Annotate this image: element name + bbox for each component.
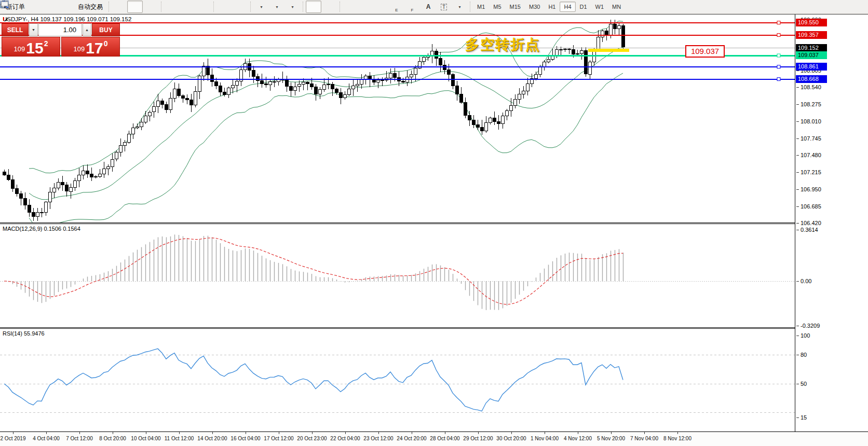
- candle: [227, 88, 230, 95]
- candle: [297, 84, 301, 87]
- fibonacci-letter: F: [411, 8, 414, 12]
- rsi-panel[interactable]: [0, 329, 795, 431]
- vertical-line-button[interactable]: [343, 1, 358, 13]
- zoom-out-button[interactable]: [180, 1, 195, 13]
- one-click-trading-widget: SELL ▼ ▲ BUY 109 15 2 109 17 0: [2, 23, 120, 57]
- candlestick-chart-button[interactable]: [127, 1, 143, 13]
- zoom-in-button[interactable]: [164, 1, 180, 13]
- volume-input[interactable]: [38, 23, 82, 36]
- signal-button[interactable]: [59, 1, 75, 13]
- highlight-rectangle[interactable]: [588, 49, 629, 52]
- add-indicator-button[interactable]: ▾: [253, 1, 269, 13]
- toolbar-grip: [470, 2, 470, 12]
- arrows-button[interactable]: ▾: [452, 1, 467, 13]
- annotation-text[interactable]: 多空转折点: [465, 35, 540, 54]
- sell-price-panel[interactable]: 109 15 2: [2, 37, 60, 57]
- timeframe-m5[interactable]: M5: [489, 2, 505, 12]
- candle: [443, 65, 446, 70]
- support-line-2-handle[interactable]: [777, 78, 780, 81]
- tile-windows-button[interactable]: [195, 1, 211, 13]
- time-tick: [246, 432, 246, 434]
- auto-scroll-button[interactable]: [216, 1, 232, 13]
- period-button[interactable]: ▾: [269, 1, 284, 13]
- buy-price-panel[interactable]: 109 17 0: [61, 37, 120, 57]
- candle: [464, 102, 467, 115]
- macd-panel[interactable]: [0, 224, 795, 327]
- main-toolbar: 新订单 自动交易: [0, 0, 868, 14]
- timeframe-w1[interactable]: W1: [591, 2, 608, 12]
- bar-chart-button[interactable]: [112, 1, 127, 13]
- price-tick: 108.540: [801, 84, 821, 90]
- rsi-axis-tick: 80: [801, 352, 807, 358]
- caret-down-icon[interactable]: ▾: [291, 5, 293, 9]
- sell-price-prefix: 109: [14, 45, 25, 53]
- timeframe-m1[interactable]: M1: [473, 2, 489, 12]
- channel-button[interactable]: E: [389, 1, 405, 13]
- candle: [505, 111, 508, 116]
- candle: [165, 104, 168, 109]
- buy-button[interactable]: BUY: [92, 23, 120, 36]
- price-tick: 108.010: [801, 118, 821, 124]
- caret-down-icon[interactable]: ▾: [260, 5, 262, 9]
- cursor-button[interactable]: [306, 1, 321, 13]
- candle: [547, 59, 550, 62]
- time-tick: [644, 432, 645, 434]
- time-tick: [46, 432, 47, 434]
- chat-icon[interactable]: [0, 0, 9, 9]
- timeframe-d1[interactable]: D1: [576, 2, 591, 12]
- candle: [86, 171, 89, 174]
- candle: [156, 101, 159, 106]
- support-line-1-handle[interactable]: [777, 65, 780, 68]
- price-axis[interactable]: 109.600109.335109.070108.805108.540108.2…: [795, 15, 868, 431]
- bollinger-middle-band: [29, 47, 623, 200]
- buy-price-sup: 0: [104, 39, 108, 48]
- line-chart-button[interactable]: [143, 1, 158, 13]
- caret-down-icon[interactable]: ▾: [276, 5, 278, 9]
- candle: [73, 180, 76, 187]
- resistance-line-2-handle[interactable]: [777, 34, 780, 37]
- sell-button[interactable]: SELL: [2, 23, 29, 36]
- profile-button[interactable]: [44, 1, 59, 13]
- price-callout-box[interactable]: 109.037: [685, 45, 725, 58]
- toolbar-grip: [213, 2, 214, 12]
- time-label: 8 Nov 12:00: [656, 436, 699, 441]
- crosshair-button[interactable]: [321, 1, 337, 13]
- candle: [256, 76, 259, 80]
- time-axis[interactable]: 2 Oct 20194 Oct 04:007 Oct 12:008 Oct 20…: [0, 431, 868, 446]
- candle: [596, 37, 600, 49]
- eraser-button[interactable]: [28, 1, 44, 13]
- price-badge: 109.037: [796, 51, 827, 59]
- candle: [219, 86, 222, 92]
- candle: [264, 83, 267, 85]
- text-label-button[interactable]: T: [436, 1, 452, 13]
- candle: [127, 134, 130, 143]
- price-tick: 107.745: [801, 135, 821, 142]
- price-tick: 108.275: [801, 101, 821, 107]
- resistance-line-1-handle[interactable]: [777, 21, 780, 24]
- candle: [497, 122, 500, 124]
- timeframe-h4[interactable]: H4: [560, 2, 575, 12]
- timeframe-m30[interactable]: M30: [525, 2, 544, 12]
- timeframe-h1[interactable]: H1: [544, 2, 560, 12]
- candle: [621, 25, 625, 47]
- timeframe-mn[interactable]: MN: [608, 2, 625, 12]
- template-button[interactable]: ▾: [284, 1, 300, 13]
- candle: [601, 31, 604, 37]
- trendline-button[interactable]: [374, 1, 389, 13]
- volume-increase-button[interactable]: ▲: [83, 23, 91, 36]
- toolbar-grip: [161, 2, 161, 12]
- volume-decrease-button[interactable]: ▼: [29, 23, 38, 36]
- candle: [177, 89, 180, 96]
- timeframe-m15[interactable]: M15: [506, 2, 525, 12]
- caret-down-icon[interactable]: ▾: [458, 5, 460, 9]
- chart-shift-button[interactable]: [232, 1, 248, 13]
- fibonacci-button[interactable]: F: [405, 1, 421, 13]
- candle: [310, 83, 313, 87]
- text-button[interactable]: A: [421, 1, 436, 13]
- candle: [77, 175, 80, 180]
- pivot-line-handle[interactable]: [777, 54, 780, 57]
- horizontal-line-button[interactable]: [358, 1, 374, 13]
- candle: [302, 82, 305, 84]
- auto-trading-button[interactable]: 自动交易: [75, 1, 106, 13]
- candle: [48, 192, 51, 202]
